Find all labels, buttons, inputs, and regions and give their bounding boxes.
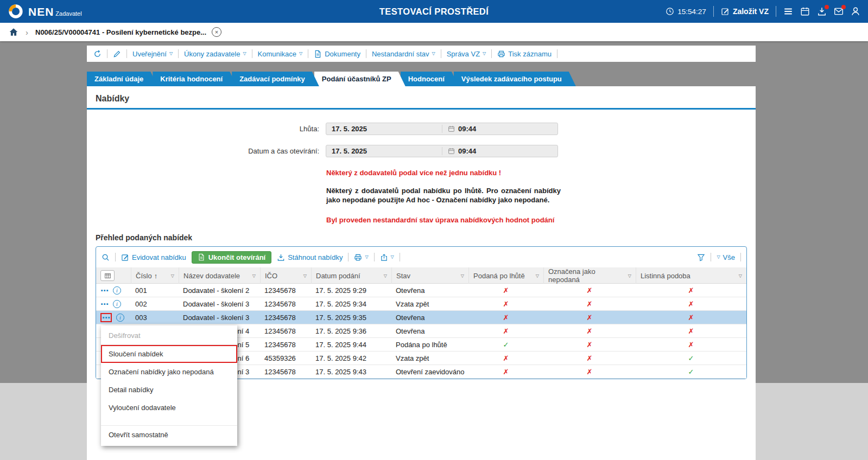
column-header[interactable]: Datum podání▽: [311, 267, 391, 284]
chevron-down-icon: ▽: [432, 52, 435, 56]
cross-icon: ✗: [503, 300, 509, 308]
create-vz-button[interactable]: Založit VZ: [721, 7, 769, 16]
home-icon: [9, 27, 18, 37]
command-item[interactable]: Komunikace▽: [258, 50, 303, 58]
menu-item[interactable]: Detail nabídky: [101, 381, 237, 399]
deadline-date-input[interactable]: 17. 5. 2025: [326, 125, 442, 133]
view-all-dropdown[interactable]: ▽ Vše: [717, 253, 735, 261]
cell-status: Otevřena: [391, 314, 468, 322]
menu-item[interactable]: Označení nabídky jako nepodaná: [101, 363, 237, 381]
command-item[interactable]: Nestandardní stav▽: [372, 50, 435, 58]
download-offers-button[interactable]: Stáhnout nabídky: [277, 253, 343, 261]
row-info-icon[interactable]: i: [113, 300, 121, 308]
column-header[interactable]: Listinná podoba▽: [636, 267, 746, 284]
filter-caret-icon[interactable]: ▽: [384, 273, 387, 278]
column-header[interactable]: Název dodavatele▽: [179, 267, 260, 284]
table-row[interactable]: ⋯i003Dodavatel - školení 31234567817. 5.…: [96, 311, 746, 324]
column-header[interactable]: IČO▽: [260, 267, 311, 284]
cell-status: Otevřena: [391, 327, 468, 335]
pencil-icon: [113, 50, 121, 58]
cell-late: ✗: [468, 327, 543, 335]
download-offers-label: Stáhnout nabídky: [288, 253, 343, 261]
calendar-icon: [448, 125, 455, 132]
profile-button[interactable]: [851, 7, 860, 16]
offers-overview-title: Přehled podaných nabídek: [96, 233, 747, 242]
tab-4[interactable]: Podání účastníků ZP: [314, 72, 406, 86]
command-item[interactable]: Správa VZ▽: [447, 50, 486, 58]
row-info-icon[interactable]: i: [116, 314, 124, 322]
close-record-button[interactable]: ×: [212, 27, 221, 37]
downloads-button[interactable]: [817, 7, 827, 16]
column-header[interactable]: Číslo↑▽: [131, 267, 179, 284]
opening-time-input[interactable]: 09:44: [442, 147, 557, 155]
offers-toolbar: Evidovat nabídku Ukončit otevírání Stáhn…: [96, 247, 746, 267]
finish-opening-button[interactable]: Ukončit otevírání: [192, 251, 271, 264]
nen-logo[interactable]: [8, 3, 24, 20]
cell-ico: 12345678: [260, 327, 311, 335]
cross-icon: ✗: [503, 286, 509, 295]
command-item[interactable]: Úkony zadavatele▽: [184, 50, 246, 58]
home-button[interactable]: [9, 27, 18, 37]
cross-icon: ✗: [587, 354, 593, 362]
cell-late: ✗: [468, 286, 543, 295]
divider: [740, 253, 741, 261]
export-dropdown[interactable]: ▽: [380, 253, 394, 261]
cell-late: ✗: [468, 354, 543, 362]
command-item[interactable]: Uveřejnění▽: [132, 50, 173, 58]
opening-date-input[interactable]: 17. 5. 2025: [326, 147, 442, 155]
divider: [400, 253, 400, 261]
filter-caret-icon[interactable]: ▽: [252, 273, 256, 278]
table-row[interactable]: ⋯i002Dodavatel - školení 31234567817. 5.…: [96, 297, 746, 311]
menu-item[interactable]: Otevřít samostatně: [101, 426, 237, 444]
filter-button[interactable]: [697, 253, 705, 261]
calendar-button[interactable]: [800, 7, 810, 16]
tab-2[interactable]: Kritéria hodnocení: [153, 72, 237, 86]
command-item[interactable]: Dokumenty: [314, 50, 360, 58]
column-label: Podaná po lhůtě: [473, 272, 525, 280]
undo-icon: [93, 50, 102, 58]
row-info-icon[interactable]: i: [113, 286, 121, 295]
filter-caret-icon[interactable]: ▽: [303, 273, 307, 278]
menu-item[interactable]: Vyloučení dodavatele: [101, 399, 237, 417]
row-actions-button[interactable]: ⋯: [100, 313, 112, 322]
command-item[interactable]: Tisk záznamu: [497, 50, 552, 58]
column-header[interactable]: Stav▽: [391, 267, 468, 284]
warning-nonstandard-state: Byl proveden nestandardní stav úprava na…: [326, 215, 561, 225]
history-button[interactable]: [93, 50, 102, 58]
row-actions-button[interactable]: ⋯: [100, 301, 109, 308]
column-settings-button[interactable]: [100, 270, 115, 281]
divider: [366, 49, 366, 58]
print-dropdown[interactable]: ▽: [354, 253, 368, 261]
tab-5[interactable]: Hodnocení: [401, 72, 459, 86]
register-offer-button[interactable]: Evidovat nabídku: [121, 253, 186, 261]
divider: [126, 49, 127, 58]
messages-button[interactable]: [834, 7, 844, 16]
tab-6[interactable]: Výsledek zadávacího postupu: [454, 72, 576, 86]
filter-caret-icon[interactable]: ▽: [171, 273, 174, 278]
edit-button[interactable]: [113, 50, 121, 58]
row-controls: ⋯i: [96, 300, 131, 308]
cross-icon: ✗: [688, 300, 694, 308]
filter-caret-icon[interactable]: ▽: [461, 273, 464, 278]
cross-icon: ✗: [503, 314, 509, 322]
search-button[interactable]: [102, 253, 110, 261]
table-header-tools-cell: [96, 267, 131, 284]
row-actions-button[interactable]: ⋯: [100, 287, 109, 294]
hamburger-menu-button[interactable]: [783, 7, 793, 16]
tab-3[interactable]: Zadávací podmínky: [232, 72, 319, 86]
cross-icon: ✗: [587, 314, 593, 322]
clock: 15:54:27: [666, 7, 706, 16]
cell-marked-unsubmitted: ✗: [543, 286, 636, 295]
cross-icon: ✗: [688, 327, 694, 335]
filter-caret-icon[interactable]: ▽: [536, 273, 539, 278]
table-row[interactable]: ⋯i001Dodavatel - školení 21234567817. 5.…: [96, 284, 746, 297]
filter-caret-icon[interactable]: ▽: [628, 273, 631, 278]
deadline-time-input[interactable]: 09:44: [442, 125, 557, 133]
breadcrumb-item[interactable]: N006/25/V00004741 - Posílení kybernetick…: [35, 28, 206, 36]
filter-caret-icon[interactable]: ▽: [739, 273, 742, 278]
menu-item[interactable]: Sloučení nabídek: [101, 345, 237, 363]
tab-1[interactable]: Základní údaje: [87, 72, 157, 86]
divider: [348, 253, 349, 261]
column-header[interactable]: Podaná po lhůtě▽: [468, 267, 543, 284]
column-header[interactable]: Označena jako nepodaná▽: [543, 267, 636, 284]
